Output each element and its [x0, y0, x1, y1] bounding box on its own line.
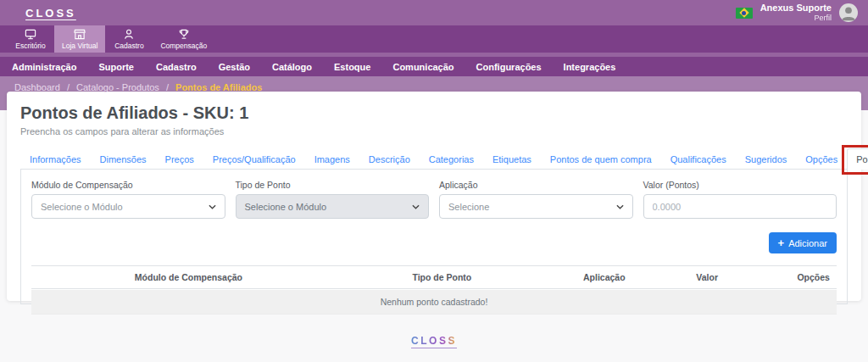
actions-row: + Adicionar: [31, 232, 837, 253]
tab-categorias[interactable]: Categorias: [420, 148, 483, 170]
tab-informacoes[interactable]: Informações: [20, 148, 91, 170]
tab-pontos-do-afiliado[interactable]: Pontos do afiliado: [847, 148, 868, 170]
col-header-tipo-ponto: Tipo de Ponto: [339, 272, 545, 282]
tipo-ponto-select[interactable]: Selecione o Módulo: [236, 194, 430, 219]
app-nav-cadastro[interactable]: Cadastro: [105, 25, 153, 53]
field-label: Módulo de Compensação: [31, 180, 225, 190]
tab-label: Pontos do afiliado: [856, 154, 868, 164]
table-empty-message: Nenhum ponto cadastrado!: [31, 290, 837, 315]
menu-estoque[interactable]: Estoque: [334, 62, 370, 72]
breadcrumb-catalogo-produtos[interactable]: Catalogo - Produtos: [76, 82, 159, 92]
app-nav-label: Loja Virtual: [62, 42, 97, 50]
tab-sugeridos[interactable]: Sugeridos: [736, 148, 797, 170]
app-nav-loja-virtual[interactable]: Loja Virtual: [54, 25, 105, 53]
tab-etiquetas[interactable]: Etiquetas: [483, 148, 541, 170]
menu-configuracoes[interactable]: Configurações: [476, 62, 542, 72]
select-value: Selecione o Módulo: [245, 202, 327, 212]
field-label: Tipo de Ponto: [236, 180, 430, 190]
menu-suporte[interactable]: Suporte: [98, 62, 134, 72]
page-footer: CLOSS: [0, 332, 868, 348]
user-profile-link[interactable]: Perfil: [760, 14, 832, 23]
col-header-opcoes: Opções: [751, 272, 830, 282]
tab-dimensoes[interactable]: Dimensões: [91, 148, 156, 170]
closs-footer-logo[interactable]: CLOSS: [411, 335, 457, 348]
product-points-card: Pontos de Afiliados - SKU: 1 Preencha os…: [7, 92, 861, 301]
points-table: Módulo de Compensação Tipo de Ponto Apli…: [31, 265, 837, 315]
closs-logo[interactable]: CLOSS: [25, 7, 76, 19]
col-header-modulo: Módulo de Compensação: [38, 272, 339, 282]
field-tipo-ponto: Tipo de Ponto Selecione o Módulo: [236, 180, 430, 219]
user-info: Anexus Suporte Perfil: [760, 3, 832, 24]
field-label: Aplicação: [439, 180, 633, 190]
product-tabs: Informações Dimensões Preços Preços/Qual…: [20, 148, 848, 170]
user-name: Anexus Suporte: [760, 3, 832, 14]
field-label: Valor (Pontos): [643, 180, 837, 190]
col-header-valor: Valor: [664, 272, 751, 282]
breadcrumb-separator: /: [166, 82, 169, 92]
store-icon: [73, 28, 86, 41]
trophy-icon: [177, 28, 191, 41]
breadcrumb-dashboard[interactable]: Dashboard: [14, 82, 60, 92]
chevron-down-icon: [616, 204, 624, 209]
tab-content-panel: Módulo de Compensação Selecione o Módulo…: [20, 169, 848, 304]
plus-icon: +: [778, 237, 785, 248]
select-value: Selecione: [448, 202, 489, 212]
field-valor-pontos: Valor (Pontos): [643, 180, 837, 219]
col-header-aplicacao: Aplicação: [545, 272, 664, 282]
tab-qualificacoes[interactable]: Qualificações: [661, 148, 736, 170]
menu-catalogo[interactable]: Catálogo: [272, 62, 312, 72]
chevron-down-icon: [209, 204, 216, 209]
valor-pontos-input[interactable]: [643, 194, 837, 219]
brazil-flag-icon[interactable]: [736, 8, 753, 19]
aplicacao-select[interactable]: Selecione: [439, 194, 633, 219]
main-menu: Administração Suporte Cadastro Gestão Ca…: [0, 57, 868, 76]
user-icon: [122, 28, 136, 41]
menu-cadastro[interactable]: Cadastro: [156, 62, 197, 72]
tab-opcoes[interactable]: Opções: [796, 148, 847, 170]
field-modulo-compensacao: Módulo de Compensação Selecione o Módulo: [31, 180, 225, 219]
page-subtitle: Preencha os campos para alterar as infor…: [20, 126, 848, 136]
select-value: Selecione o Módulo: [41, 202, 123, 212]
app-nav-label: Escritório: [15, 42, 45, 50]
adicionar-button-label: Adicionar: [788, 238, 827, 248]
menu-administracao[interactable]: Administração: [12, 62, 76, 72]
menu-gestao[interactable]: Gestão: [219, 62, 250, 72]
modulo-compensacao-select[interactable]: Selecione o Módulo: [31, 194, 225, 219]
top-bar: CLOSS Anexus Suporte Perfil: [0, 0, 868, 25]
app-nav-escritorio[interactable]: Escritório: [7, 25, 54, 53]
tab-descricao[interactable]: Descrição: [359, 148, 420, 170]
avatar[interactable]: [839, 3, 858, 22]
content-area: Pontos de Afiliados - SKU: 1 Preencha os…: [0, 92, 868, 301]
person-silhouette-icon: [839, 3, 858, 22]
app-nav-compensacao[interactable]: Compensação: [153, 25, 214, 53]
breadcrumb-separator: /: [67, 82, 70, 92]
points-form: Módulo de Compensação Selecione o Módulo…: [31, 180, 837, 219]
app-icon-nav: Escritório Loja Virtual Cadastro Compens…: [0, 25, 868, 53]
tab-precos[interactable]: Preços: [156, 148, 203, 170]
app-nav-label: Cadastro: [114, 42, 144, 50]
tab-imagens[interactable]: Imagens: [305, 148, 359, 170]
tab-precos-qualificacao[interactable]: Preços/Qualificação: [203, 148, 305, 170]
adicionar-button[interactable]: + Adicionar: [769, 232, 837, 253]
monitor-icon: [24, 28, 37, 41]
menu-integracoes[interactable]: Integrações: [564, 62, 616, 72]
app-nav-label: Compensação: [160, 42, 207, 50]
chevron-down-icon: [412, 204, 420, 209]
flag-circle: [742, 11, 746, 15]
table-header-row: Módulo de Compensação Tipo de Ponto Apli…: [31, 265, 837, 289]
breadcrumb-current: Pontos de Afiliados: [175, 82, 262, 92]
page-title: Pontos de Afiliados - SKU: 1: [20, 103, 848, 123]
user-area: Anexus Suporte Perfil: [736, 3, 858, 24]
field-aplicacao: Aplicação Selecione: [439, 180, 633, 219]
tab-pontos-de-quem-compra[interactable]: Pontos de quem compra: [541, 148, 661, 170]
menu-comunicacao[interactable]: Comunicação: [392, 62, 453, 72]
